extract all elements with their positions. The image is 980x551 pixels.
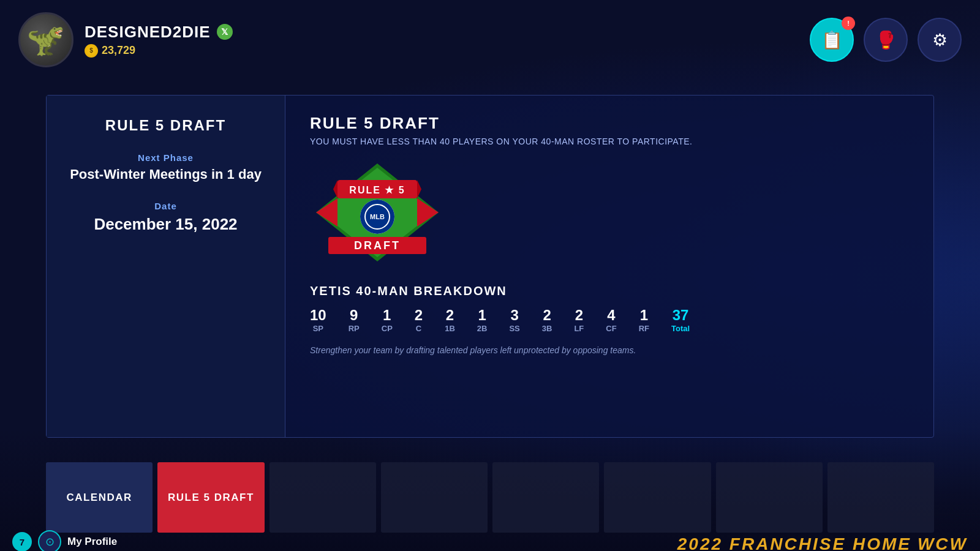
svg-marker-12	[316, 198, 337, 227]
date-value: December 15, 2022	[94, 215, 237, 234]
right-panel: RULE 5 DRAFT YOU MUST HAVE LESS THAN 40 …	[285, 96, 933, 437]
breakdown-item-rf: 1RF	[639, 308, 649, 333]
breakdown-pos: Total	[671, 324, 690, 333]
breakdown-num: 1	[478, 308, 486, 323]
breakdown-title: YETIS 40-MAN BREAKDOWN	[310, 284, 909, 298]
notes-button[interactable]: 📋 !	[810, 18, 854, 62]
breakdown-num: 10	[310, 308, 326, 323]
svg-text:DRAFT: DRAFT	[354, 239, 401, 252]
breakdown-num: 2	[543, 308, 551, 323]
breakdown-pos: C	[416, 324, 421, 333]
breakdown-pos: 3B	[542, 324, 552, 333]
gloves-icon: 🥊	[875, 30, 897, 50]
currency-row: $ 23,729	[85, 44, 233, 58]
settings-button[interactable]: ⚙	[918, 18, 962, 62]
breakdown-item-ss: 3SS	[509, 308, 519, 333]
breakdown-item-3b: 23B	[542, 308, 552, 333]
svg-text:MLB: MLB	[370, 213, 385, 220]
franchise-title-text: 2022 FRANCHISE HOME	[677, 534, 911, 552]
breakdown-num: 9	[350, 308, 358, 323]
strengthen-text: Strengthen your team by drafting talente…	[310, 345, 909, 355]
breakdown-pos: 1B	[445, 324, 455, 333]
notes-icon: 📋	[821, 30, 843, 50]
svg-text:RULE ★ 5: RULE ★ 5	[349, 185, 405, 195]
tab-empty[interactable]	[270, 462, 376, 533]
profile-badge[interactable]: 7 ⊙ My Profile	[12, 530, 117, 551]
tab-empty[interactable]	[827, 462, 934, 533]
franchise-title: 2022 FRANCHISE HOMEWCW	[671, 529, 968, 552]
breakdown-num: 1	[640, 308, 648, 323]
breakdown-item-1b: 21B	[445, 308, 455, 333]
tab-calendar[interactable]: CALENDAR	[46, 462, 153, 533]
breakdown-num: 4	[607, 308, 615, 323]
main-panel: RULE 5 DRAFT Next Phase Post-Winter Meet…	[46, 95, 934, 438]
right-panel-title: RULE 5 DRAFT	[310, 114, 909, 133]
breakdown-pos: RP	[349, 324, 360, 333]
breakdown-item-cp: 1CP	[382, 308, 393, 333]
svg-marker-4	[417, 180, 421, 198]
breakdown-pos: CP	[382, 324, 393, 333]
breakdown-num: 1	[383, 308, 391, 323]
gear-icon: ⚙	[932, 30, 948, 50]
draft-logo: RULE ★ 5 MLB DRAFT	[310, 159, 909, 266]
svg-marker-3	[333, 180, 337, 198]
tab-rule5[interactable]: RULE 5 DRAFT	[157, 462, 264, 533]
breakdown-pos: CF	[606, 324, 616, 333]
left-panel-title: RULE 5 DRAFT	[105, 117, 226, 134]
header: 🦖 DESIGNED2DIE 𝕏 $ 23,729 📋 ! 🥊 ⚙	[0, 0, 980, 80]
breakdown-item-2b: 12B	[477, 308, 488, 333]
rule5-draft-logo-svg: RULE ★ 5 MLB DRAFT	[310, 159, 445, 266]
left-panel: RULE 5 DRAFT Next Phase Post-Winter Meet…	[47, 96, 285, 437]
avatar: 🦖	[18, 12, 74, 67]
tab-empty[interactable]	[716, 462, 823, 533]
tab-empty[interactable]	[604, 462, 710, 533]
svg-marker-13	[417, 198, 439, 227]
breakdown-item-cf: 4CF	[606, 308, 616, 333]
breakdown-pos: 2B	[477, 324, 488, 333]
breakdown-pos: RF	[639, 324, 649, 333]
header-buttons: 📋 ! 🥊 ⚙	[810, 18, 962, 62]
franchise-tag: WCW	[918, 534, 968, 552]
username: DESIGNED2DIE	[85, 23, 211, 42]
breakdown-item-sp: 10SP	[310, 308, 326, 333]
footer: 7 ⊙ My Profile 2022 FRANCHISE HOMEWCW	[0, 533, 980, 551]
notification-badge: !	[842, 17, 855, 30]
currency-icon: $	[85, 44, 98, 58]
user-info: DESIGNED2DIE 𝕏 $ 23,729	[85, 23, 233, 58]
breakdown-num: 2	[446, 308, 454, 323]
breakdown-pos: LF	[574, 324, 584, 333]
breakdown-num: 2	[415, 308, 423, 323]
breakdown-item-rp: 9RP	[349, 308, 360, 333]
breakdown-item-c: 2C	[415, 308, 423, 333]
avatar-image: 🦖	[27, 22, 65, 58]
breakdown-num: 2	[575, 308, 583, 323]
bottom-tabs: CALENDARRULE 5 DRAFT	[46, 462, 934, 533]
breakdown-pos: SS	[509, 324, 519, 333]
breakdown-item-lf: 2LF	[574, 308, 584, 333]
profile-label: My Profile	[67, 536, 117, 548]
next-phase-value: Post-Winter Meetings in 1 day	[70, 167, 262, 182]
breakdown-grid: 10SP9RP1CP2C21B12B3SS23B2LF4CF1RF37Total	[310, 308, 909, 333]
tab-empty[interactable]	[492, 462, 599, 533]
breakdown-pos: SP	[313, 324, 323, 333]
breakdown-num: 3	[510, 308, 518, 323]
tab-empty[interactable]	[381, 462, 488, 533]
username-row: DESIGNED2DIE 𝕏	[85, 23, 233, 42]
date-label: Date	[154, 201, 177, 211]
gloves-button[interactable]: 🥊	[864, 18, 908, 62]
currency-value: 23,729	[102, 44, 135, 57]
next-phase-label: Next Phase	[138, 152, 194, 163]
profile-number: 7	[12, 532, 32, 551]
xbox-icon: 𝕏	[217, 24, 233, 40]
right-panel-subtitle: YOU MUST HAVE LESS THAN 40 PLAYERS ON YO…	[310, 137, 909, 146]
breakdown-item-total: 37Total	[671, 308, 690, 333]
profile-icon: ⊙	[38, 530, 61, 551]
breakdown-num: 37	[673, 308, 689, 323]
